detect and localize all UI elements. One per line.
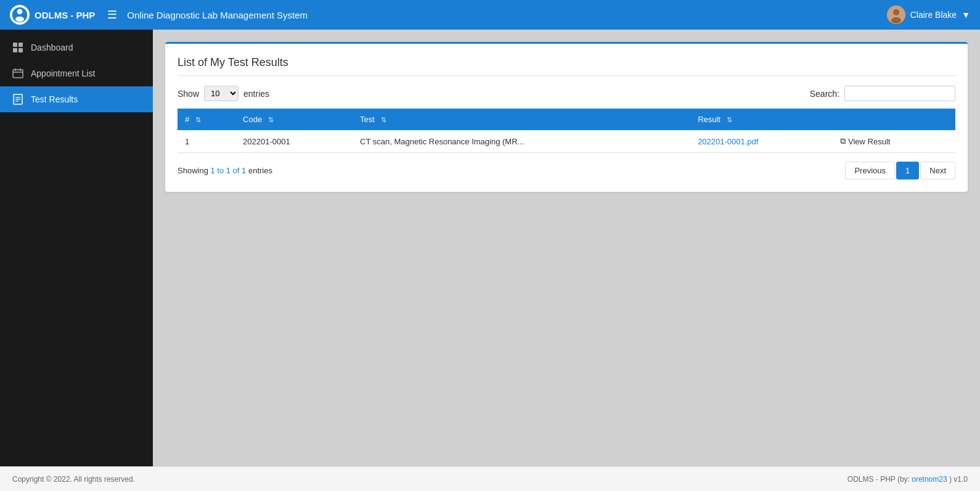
- navbar: ODLMS - PHP ☰ Online Diagnostic Lab Mana…: [0, 0, 980, 30]
- sort-icon-test: ⇅: [381, 116, 386, 123]
- brand: ODLMS - PHP: [10, 5, 95, 25]
- view-result-label: View Result: [848, 137, 890, 146]
- app-layout: Dashboard Appointment List: [0, 30, 980, 491]
- svg-rect-9: [18, 48, 23, 52]
- search-label: Search:: [810, 89, 839, 99]
- external-link-icon: ⧉: [840, 136, 846, 146]
- menu-toggle-button[interactable]: ☰: [107, 8, 117, 22]
- cell-result: 202201-0001.pdf: [690, 130, 833, 153]
- navbar-title: Online Diagnostic Lab Management System: [127, 10, 886, 20]
- sidebar-testresults-label: Test Results: [31, 94, 78, 104]
- pagination: Previous 1 Next: [845, 162, 955, 179]
- col-code-label: Code: [243, 115, 262, 124]
- sidebar-dashboard-label: Dashboard: [31, 43, 73, 52]
- svg-point-5: [891, 17, 901, 23]
- results-table: # ⇅ Code ⇅ Test ⇅ Result ⇅: [178, 109, 955, 153]
- page-1-button[interactable]: 1: [896, 162, 919, 179]
- sort-icon-num: ⇅: [195, 116, 201, 123]
- showing-text: Showing 1 to 1 of 1 entries: [178, 166, 272, 175]
- col-result[interactable]: Result ⇅: [690, 109, 833, 130]
- previous-button[interactable]: Previous: [845, 162, 895, 179]
- cell-action: ⧉ View Result: [833, 130, 955, 153]
- cell-code: 202201-0001: [235, 130, 353, 153]
- svg-point-1: [17, 9, 23, 14]
- col-code[interactable]: Code ⇅: [235, 109, 353, 130]
- main-content: List of My Test Results Show 10 25 50 10…: [153, 30, 980, 491]
- sort-icon-code: ⇅: [268, 116, 274, 123]
- cell-test: CT scan, Magnetic Resonance Imaging (MR.…: [353, 130, 690, 153]
- footer: Copyright © 2022. All rights reserved. O…: [0, 466, 980, 491]
- sidebar-item-test-results[interactable]: Test Results: [0, 86, 153, 112]
- svg-rect-10: [13, 70, 23, 78]
- app-logo: [10, 5, 30, 25]
- appointment-icon: [12, 68, 23, 79]
- cell-num: 1: [178, 130, 235, 153]
- view-result-button[interactable]: ⧉ View Result: [840, 136, 890, 146]
- dropdown-arrow-icon: ▼: [962, 10, 970, 20]
- show-label: Show: [178, 89, 199, 99]
- entries-label: entries: [243, 89, 269, 99]
- entries-select[interactable]: 10 25 50 100: [204, 86, 239, 101]
- svg-rect-7: [18, 43, 23, 47]
- app-info-text: ODLMS - PHP (by: oretnom23 ) v1.0: [847, 475, 968, 484]
- author-link[interactable]: oretnom23: [912, 475, 947, 484]
- user-menu[interactable]: Claire Blake ▼: [887, 6, 970, 24]
- search-box: Search:: [810, 86, 955, 101]
- svg-rect-8: [13, 48, 17, 52]
- sidebar: Dashboard Appointment List: [0, 30, 153, 491]
- result-link[interactable]: 202201-0001.pdf: [698, 137, 758, 146]
- sidebar-item-dashboard[interactable]: Dashboard: [0, 35, 153, 60]
- table-footer: Showing 1 to 1 of 1 entries Previous 1 N…: [178, 162, 955, 179]
- sort-icon-result: ⇅: [727, 116, 732, 123]
- col-test[interactable]: Test ⇅: [353, 109, 690, 130]
- table-header-row: # ⇅ Code ⇅ Test ⇅ Result ⇅: [178, 109, 955, 130]
- col-result-label: Result: [698, 115, 721, 124]
- svg-rect-6: [13, 43, 17, 47]
- sidebar-item-appointment-list[interactable]: Appointment List: [0, 60, 153, 86]
- col-test-label: Test: [360, 115, 375, 124]
- app-name: ODLMS - PHP: [35, 10, 95, 20]
- dashboard-icon: [12, 42, 23, 53]
- content-card: List of My Test Results Show 10 25 50 10…: [165, 42, 968, 192]
- test-results-icon: [12, 94, 23, 105]
- table-row: 1 202201-0001 CT scan, Magnetic Resonanc…: [178, 130, 955, 153]
- col-action: [833, 109, 955, 130]
- showing-range: 1 to 1 of 1: [210, 166, 246, 175]
- svg-point-4: [893, 9, 899, 15]
- next-button[interactable]: Next: [920, 162, 955, 179]
- copyright-text: Copyright © 2022. All rights reserved.: [12, 475, 135, 484]
- page-title: List of My Test Results: [178, 56, 955, 76]
- table-controls: Show 10 25 50 100 entries Search:: [178, 86, 955, 101]
- sidebar-appointment-label: Appointment List: [31, 68, 95, 78]
- show-entries: Show 10 25 50 100 entries: [178, 86, 269, 101]
- svg-point-2: [15, 17, 24, 22]
- col-num[interactable]: # ⇅: [178, 109, 235, 130]
- copyright-label: Copyright © 2022. All rights reserved.: [12, 475, 135, 484]
- username-label: Claire Blake: [910, 10, 957, 20]
- search-input[interactable]: [844, 86, 955, 101]
- avatar: [887, 6, 905, 24]
